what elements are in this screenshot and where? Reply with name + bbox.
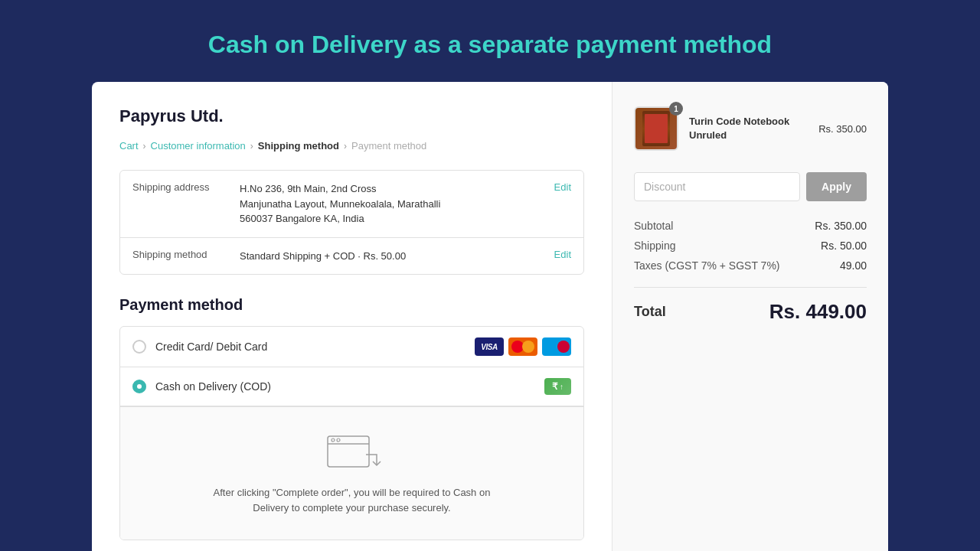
checkout-container: Papyrus Utd. Cart › Customer information… xyxy=(92,82,888,551)
svg-point-3 xyxy=(337,439,340,442)
cod-badge: ₹ ↑ xyxy=(544,378,571,395)
page-header: Cash on Delivery as a separate payment m… xyxy=(0,0,980,82)
breadcrumb: Cart › Customer information › Shipping m… xyxy=(119,140,584,152)
shipping-address-value: H.No 236, 9th Main, 2nd Cross Manjunatha… xyxy=(240,181,545,227)
product-quantity-badge: 1 xyxy=(669,102,683,116)
taxes-label: Taxes (CGST 7% + SGST 7%) xyxy=(634,259,780,272)
product-item: 1 Turin Code Notebook Unruled Rs. 350.00 xyxy=(634,106,867,151)
subtotal-label: Subtotal xyxy=(634,220,673,232)
card-icons: VISA xyxy=(475,337,571,356)
cod-details: After clicking "Complete order", you wil… xyxy=(120,406,583,540)
apply-button[interactable]: Apply xyxy=(806,172,867,201)
shipping-row: Shipping Rs. 50.00 xyxy=(634,240,867,252)
cod-option[interactable]: Cash on Delivery (COD) ₹ ↑ xyxy=(120,367,583,406)
total-row: Total Rs. 449.00 xyxy=(634,300,867,324)
svg-point-2 xyxy=(332,439,335,442)
taxes-row: Taxes (CGST 7% + SGST 7%) 49.00 xyxy=(634,259,867,272)
shipping-address-label: Shipping address xyxy=(132,181,240,193)
shipping-summary-value: Rs. 50.00 xyxy=(821,240,867,252)
credit-card-option[interactable]: Credit Card/ Debit Card VISA xyxy=(120,327,583,367)
credit-card-radio[interactable] xyxy=(132,340,146,354)
payment-section-title: Payment method xyxy=(119,296,584,314)
shipping-summary-label: Shipping xyxy=(634,240,676,252)
left-panel: Papyrus Utd. Cart › Customer information… xyxy=(92,82,612,551)
shipping-method-row: Shipping method Standard Shipping + COD … xyxy=(120,238,583,275)
total-value: Rs. 449.00 xyxy=(769,300,867,324)
product-name: Turin Code Notebook Unruled xyxy=(689,115,808,142)
visa-icon: VISA xyxy=(475,337,504,356)
store-name: Papyrus Utd. xyxy=(119,106,584,126)
product-price: Rs. 350.00 xyxy=(818,123,867,135)
subtotal-row: Subtotal Rs. 350.00 xyxy=(634,220,867,232)
breadcrumb-payment-method: Payment method xyxy=(351,140,426,152)
cod-radio[interactable] xyxy=(132,380,146,393)
taxes-value: 49.00 xyxy=(840,259,867,272)
shipping-method-value: Standard Shipping + COD · Rs. 50.00 xyxy=(240,249,545,264)
cod-label: Cash on Delivery (COD) xyxy=(155,380,544,393)
right-panel: 1 Turin Code Notebook Unruled Rs. 350.00… xyxy=(612,82,888,551)
maestro-icon xyxy=(542,337,571,356)
shipping-address-row: Shipping address H.No 236, 9th Main, 2nd… xyxy=(120,171,583,238)
shipping-method-label: Shipping method xyxy=(132,249,240,260)
breadcrumb-shipping-method: Shipping method xyxy=(258,140,339,152)
payment-options-box: Credit Card/ Debit Card VISA Cash on Del… xyxy=(119,326,584,540)
breadcrumb-sep-3: › xyxy=(344,141,347,152)
mastercard-icon xyxy=(508,337,537,356)
breadcrumb-sep-2: › xyxy=(250,141,253,152)
shipping-info-box: Shipping address H.No 236, 9th Main, 2nd… xyxy=(119,170,584,275)
shipping-address-edit[interactable]: Edit xyxy=(554,181,571,193)
order-summary: Subtotal Rs. 350.00 Shipping Rs. 50.00 T… xyxy=(634,220,867,272)
cod-browser-icon xyxy=(322,432,383,474)
cod-icon-wrapper xyxy=(136,432,568,474)
credit-card-label: Credit Card/ Debit Card xyxy=(155,341,475,353)
breadcrumb-sep-1: › xyxy=(143,141,146,152)
cod-description: After clicking "Complete order", you wil… xyxy=(207,485,498,515)
product-image-wrapper: 1 xyxy=(634,106,678,151)
discount-input[interactable] xyxy=(634,172,800,201)
summary-divider xyxy=(634,287,867,288)
subtotal-value: Rs. 350.00 xyxy=(815,220,867,232)
page-title: Cash on Delivery as a separate payment m… xyxy=(15,31,965,59)
breadcrumb-cart[interactable]: Cart xyxy=(119,140,139,152)
breadcrumb-customer-info[interactable]: Customer information xyxy=(151,140,246,152)
product-book-icon xyxy=(642,111,670,146)
discount-row: Apply xyxy=(634,172,867,201)
total-label: Total xyxy=(634,304,666,320)
shipping-method-edit[interactable]: Edit xyxy=(554,249,571,260)
product-info: Turin Code Notebook Unruled xyxy=(689,115,808,142)
